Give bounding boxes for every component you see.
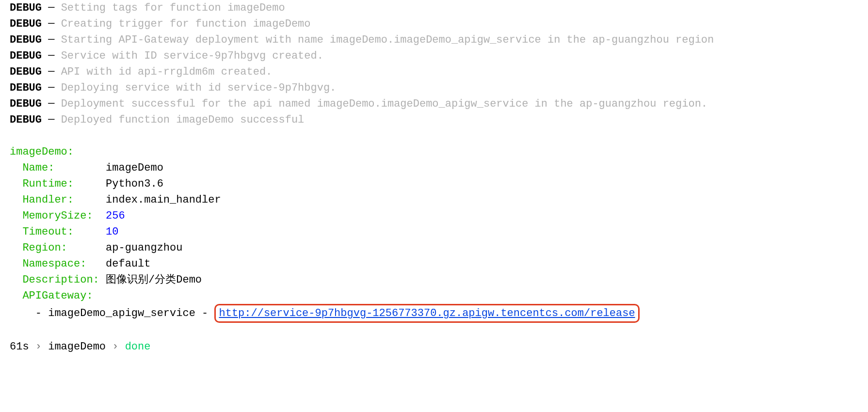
info-key: Namespace: xyxy=(22,258,99,270)
info-key: Timeout: xyxy=(22,226,99,238)
section-header: imageDemo: xyxy=(10,144,858,160)
debug-label: DEBUG xyxy=(10,98,42,110)
info-value: Python3.6 xyxy=(106,178,163,190)
info-row: Handler: index.main_handler xyxy=(10,192,858,208)
apigateway-label-row: APIGateway: xyxy=(10,288,858,304)
info-key: Handler: xyxy=(22,194,99,206)
debug-dash: ─ xyxy=(48,2,54,14)
info-row: Runtime: Python3.6 xyxy=(10,176,858,192)
status-separator: › xyxy=(112,341,118,353)
info-key: MemorySize: xyxy=(22,210,99,222)
info-key: Name: xyxy=(22,162,99,174)
url-highlight-box: http://service-9p7hbgvg-1256773370.gz.ap… xyxy=(214,304,639,323)
debug-label: DEBUG xyxy=(10,34,42,46)
info-value: 256 xyxy=(106,210,125,222)
debug-message: Creating trigger for function imageDemo xyxy=(61,18,311,30)
debug-line: DEBUG ─ Setting tags for function imageD… xyxy=(10,0,858,16)
debug-dash: ─ xyxy=(48,82,54,94)
info-row: MemorySize: 256 xyxy=(10,208,858,224)
info-key: Description: xyxy=(22,274,99,286)
debug-message: Deploying service with id service-9p7hbg… xyxy=(61,82,337,94)
debug-line: DEBUG ─ Deployment successful for the ap… xyxy=(10,96,858,112)
info-value: default xyxy=(106,258,150,270)
info-value: index.main_handler xyxy=(106,194,221,206)
debug-label: DEBUG xyxy=(10,82,42,94)
debug-dash: ─ xyxy=(48,18,54,30)
debug-dash: ─ xyxy=(48,114,54,126)
status-line: 61s › imageDemo › done xyxy=(10,339,858,355)
info-row: Name: imageDemo xyxy=(10,160,858,176)
debug-message: API with id api-rrgldm6m created. xyxy=(61,66,273,78)
debug-log: DEBUG ─ Setting tags for function imageD… xyxy=(10,0,858,128)
debug-label: DEBUG xyxy=(10,2,42,14)
debug-dash: ─ xyxy=(48,50,54,62)
debug-label: DEBUG xyxy=(10,114,42,126)
debug-message: Starting API-Gateway deployment with nam… xyxy=(61,34,714,46)
status-separator: › xyxy=(35,341,42,353)
debug-dash: ─ xyxy=(48,34,54,46)
debug-line: DEBUG ─ Deployed function imageDemo succ… xyxy=(10,112,858,128)
debug-message: Service with ID service-9p7hbgvg created… xyxy=(61,50,323,62)
info-row: Timeout: 10 xyxy=(10,224,858,240)
debug-message: Setting tags for function imageDemo xyxy=(61,2,285,14)
info-row: Namespace: default xyxy=(10,256,858,272)
list-dash: - xyxy=(35,307,42,319)
info-value: ap-guangzhou xyxy=(106,242,182,254)
status-elapsed: 61s xyxy=(10,341,29,353)
debug-line: DEBUG ─ Service with ID service-9p7hbgvg… xyxy=(10,48,858,64)
deployment-info: Name: imageDemoRuntime: Python3.6Handler… xyxy=(10,160,858,288)
info-row: Region: ap-guangzhou xyxy=(10,240,858,256)
info-value: 10 xyxy=(106,226,118,238)
status-state: done xyxy=(125,341,151,353)
debug-line: DEBUG ─ API with id api-rrgldm6m created… xyxy=(10,64,858,80)
info-value: imageDemo xyxy=(106,162,163,174)
status-component: imageDemo xyxy=(48,341,106,353)
debug-dash: ─ xyxy=(48,98,54,110)
debug-label: DEBUG xyxy=(10,18,42,30)
info-key: Runtime: xyxy=(22,178,99,190)
apigateway-item: - imageDemo_apigw_service - http://servi… xyxy=(10,304,858,323)
apigateway-key: APIGateway: xyxy=(22,290,93,302)
debug-message: Deployment successful for the api named … xyxy=(61,98,707,110)
debug-label: DEBUG xyxy=(10,66,42,78)
debug-label: DEBUG xyxy=(10,50,42,62)
apigateway-service-name: imageDemo_apigw_service xyxy=(48,307,195,319)
debug-line: DEBUG ─ Starting API-Gateway deployment … xyxy=(10,32,858,48)
debug-message: Deployed function imageDemo successful xyxy=(61,114,305,126)
info-row: Description: 图像识别/分类Demo xyxy=(10,272,858,288)
apigateway-url-link[interactable]: http://service-9p7hbgvg-1256773370.gz.ap… xyxy=(219,307,635,319)
debug-line: DEBUG ─ Creating trigger for function im… xyxy=(10,16,858,32)
info-value: 图像识别/分类Demo xyxy=(106,274,202,286)
info-key: Region: xyxy=(22,242,99,254)
debug-line: DEBUG ─ Deploying service with id servic… xyxy=(10,80,858,96)
debug-dash: ─ xyxy=(48,66,54,78)
